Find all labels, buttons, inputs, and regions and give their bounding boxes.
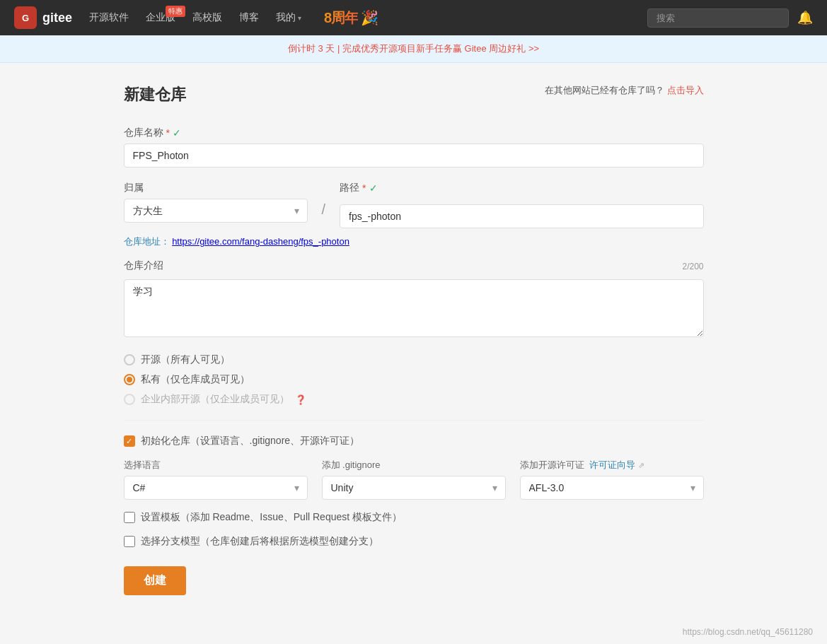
branch-checkbox[interactable]	[124, 536, 135, 547]
lang-label: 选择语言	[124, 459, 308, 472]
notification-bell-icon[interactable]: 🔔	[797, 10, 813, 25]
repo-url-link[interactable]: https://gitee.com/fang-dasheng/fps_-phot…	[172, 236, 349, 247]
page-header: 新建仓库 在其他网站已经有仓库了吗？ 点击导入	[124, 84, 704, 105]
radio-private-icon	[124, 374, 135, 385]
nav-opensource[interactable]: 开源软件	[89, 11, 129, 24]
nav-enterprise[interactable]: 企业版 特惠	[146, 11, 175, 24]
gitignore-select-wrapper: Unity	[322, 476, 506, 500]
path-required-star: *	[362, 182, 366, 194]
nav-blog[interactable]: 博客	[239, 11, 259, 24]
lang-select-wrapper: C#	[124, 476, 308, 500]
visibility-enterprise: 企业内部开源（仅企业成员可见） ❓	[124, 393, 704, 406]
init-checkbox-item: ✓ 初始化仓库（设置语言、.gitignore、开源许可证）	[124, 435, 704, 447]
init-checkbox[interactable]: ✓	[124, 435, 135, 447]
nav-campus[interactable]: 高校版	[192, 11, 222, 24]
owner-select[interactable]: 方大生	[124, 199, 308, 223]
owner-path-row: 归属 方大生 / 路径 * ✓	[124, 182, 704, 228]
announcement-link[interactable]: 倒计时 3 天 | 完成优秀开源项目新手任务赢 Gitee 周边好礼 >>	[288, 43, 539, 54]
anniversary-logo: 8周年 🎉	[324, 8, 378, 28]
repo-name-input[interactable]	[124, 144, 704, 168]
logo-text: gitee	[42, 11, 72, 25]
nav-search-area: 🔔	[647, 8, 813, 28]
path-col: 路径 * ✓	[340, 182, 703, 228]
repo-name-label: 仓库名称 * ✓	[124, 127, 704, 139]
lang-select[interactable]: C#	[124, 476, 308, 500]
visibility-public[interactable]: 开源（所有人可见）	[124, 353, 704, 366]
path-slash: /	[322, 182, 326, 218]
license-select-wrapper: AFL-3.0	[520, 476, 704, 500]
path-input[interactable]	[340, 204, 703, 228]
path-check-icon: ✓	[369, 182, 378, 194]
radio-enterprise-icon	[124, 394, 135, 405]
lang-col: 选择语言 C#	[124, 459, 308, 500]
gitignore-col: 添加 .gitignore Unity	[322, 459, 506, 500]
navbar: G gitee 开源软件 企业版 特惠 高校版 博客 我的 ▾ 8周年 🎉 🔔	[0, 0, 827, 35]
gitignore-select[interactable]: Unity	[322, 476, 506, 500]
enterprise-badge: 特惠	[166, 6, 185, 17]
import-link[interactable]: 点击导入	[667, 85, 704, 95]
license-select[interactable]: AFL-3.0	[520, 476, 704, 500]
intro-textarea[interactable]: 学习	[124, 279, 704, 337]
main-content: 新建仓库 在其他网站已经有仓库了吗？ 点击导入 仓库名称 * ✓ 归属 方大生 …	[110, 84, 718, 595]
branch-checkbox-item: 选择分支模型（仓库创建后将根据所选模型创建分支）	[124, 535, 704, 548]
char-count: 2/200	[682, 262, 703, 271]
gitignore-label: 添加 .gitignore	[322, 459, 506, 472]
logo[interactable]: G gitee	[14, 6, 72, 29]
anniversary-text: 8周年	[324, 8, 358, 28]
import-hint: 在其他网站已经有仓库了吗？ 点击导入	[545, 84, 704, 97]
announcement-bar: 倒计时 3 天 | 完成优秀开源项目新手任务赢 Gitee 周边好礼 >>	[0, 35, 827, 63]
license-guide-link[interactable]: 许可证向导	[589, 459, 635, 470]
template-checkbox[interactable]	[124, 512, 135, 523]
help-icon[interactable]: ❓	[295, 394, 306, 405]
repo-url: 仓库地址： https://gitee.com/fang-dasheng/fps…	[124, 235, 704, 248]
name-check-icon: ✓	[173, 127, 181, 139]
radio-public-icon	[124, 354, 135, 365]
license-col: 添加开源许可证 许可证向导 ⇗ AFL-3.0	[520, 459, 704, 500]
owner-label: 归属	[124, 182, 308, 194]
page-title: 新建仓库	[124, 84, 186, 105]
repo-name-group: 仓库名称 * ✓	[124, 127, 704, 168]
submit-button[interactable]: 创建	[124, 566, 186, 595]
required-star: *	[166, 127, 170, 139]
intro-group: 仓库介绍 2/200 学习	[124, 259, 704, 339]
logo-icon: G	[14, 6, 37, 29]
license-label: 添加开源许可证 许可证向导 ⇗	[520, 459, 704, 472]
template-checkbox-item: 设置模板（添加 Readme、Issue、Pull Request 模板文件）	[124, 511, 704, 524]
path-label: 路径 * ✓	[340, 182, 377, 194]
intro-label: 仓库介绍	[124, 259, 163, 272]
search-input[interactable]	[647, 8, 789, 28]
visibility-private[interactable]: 私有（仅仓库成员可见）	[124, 373, 704, 386]
owner-col: 归属 方大生	[124, 182, 308, 223]
visibility-group: 开源（所有人可见） 私有（仅仓库成员可见） 企业内部开源（仅企业成员可见） ❓	[124, 353, 704, 406]
divider	[124, 420, 704, 421]
select-row: 选择语言 C# 添加 .gitignore Unity 添加开源许可证 许可证向…	[124, 459, 704, 500]
owner-select-wrapper: 方大生	[124, 199, 308, 223]
nav-mine[interactable]: 我的 ▾	[276, 11, 301, 24]
